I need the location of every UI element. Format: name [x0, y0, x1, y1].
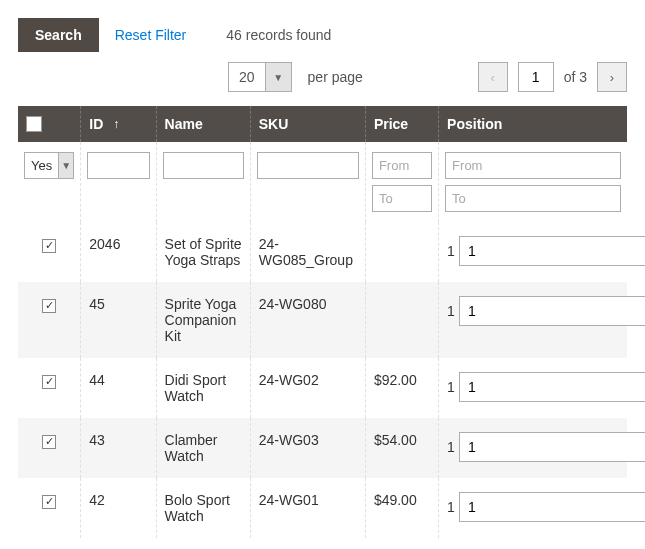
column-header-checkbox: ✓: [18, 106, 81, 142]
cell-position: 1: [439, 478, 627, 538]
cell-position: 1: [439, 222, 627, 282]
search-button[interactable]: Search: [18, 18, 99, 52]
column-header-name[interactable]: Name: [156, 106, 250, 142]
column-header-price[interactable]: Price: [365, 106, 438, 142]
filter-price-to-input[interactable]: [372, 185, 432, 212]
position-input[interactable]: [459, 432, 645, 462]
row-checkbox[interactable]: ✓: [42, 299, 56, 313]
table-row: ✓44Didi Sport Watch24-WG02$92.001: [18, 358, 627, 418]
filter-position-to-input[interactable]: [445, 185, 621, 212]
cell-price: $92.00: [365, 358, 438, 418]
cell-sku: 24-WG080: [250, 282, 365, 358]
column-label: ID: [89, 116, 103, 132]
filter-name-input[interactable]: [163, 152, 244, 179]
cell-price: [365, 222, 438, 282]
cell-position: 1: [439, 358, 627, 418]
page-size-value: 20: [228, 62, 266, 92]
cell-sku: 24-WG085_Group: [250, 222, 365, 282]
table-row: ✓2046Set of Sprite Yoga Straps24-WG085_G…: [18, 222, 627, 282]
cell-sku: 24-WG01: [250, 478, 365, 538]
chevron-left-icon: ‹: [490, 70, 494, 85]
position-display: 1: [447, 243, 455, 259]
position-display: 1: [447, 379, 455, 395]
column-header-id[interactable]: ID↑: [81, 106, 156, 142]
cell-price: [365, 282, 438, 358]
cell-position: 1: [439, 282, 627, 358]
row-checkbox[interactable]: ✓: [42, 239, 56, 253]
position-display: 1: [447, 303, 455, 319]
cell-name: Didi Sport Watch: [156, 358, 250, 418]
cell-name: Clamber Watch: [156, 418, 250, 478]
page-size-toggle[interactable]: ▼: [266, 62, 292, 92]
column-header-position[interactable]: Position: [439, 106, 627, 142]
per-page-label: per page: [308, 69, 363, 85]
cell-id: 45: [81, 282, 156, 358]
cell-id: 44: [81, 358, 156, 418]
row-checkbox[interactable]: ✓: [42, 495, 56, 509]
row-checkbox[interactable]: ✓: [42, 375, 56, 389]
next-page-button[interactable]: ›: [597, 62, 627, 92]
cell-name: Bolo Sport Watch: [156, 478, 250, 538]
cell-sku: 24-WG02: [250, 358, 365, 418]
select-all-checkbox[interactable]: ✓: [26, 116, 42, 132]
cell-name: Sprite Yoga Companion Kit: [156, 282, 250, 358]
filter-selection-dropdown[interactable]: Yes ▼: [24, 152, 74, 179]
cell-id: 42: [81, 478, 156, 538]
position-display: 1: [447, 499, 455, 515]
chevron-right-icon: ›: [610, 70, 614, 85]
cell-price: $54.00: [365, 418, 438, 478]
table-row: ✓43Clamber Watch24-WG03$54.001: [18, 418, 627, 478]
position-input[interactable]: [459, 372, 645, 402]
cell-price: $49.00: [365, 478, 438, 538]
table-row: ✓45Sprite Yoga Companion Kit24-WG0801: [18, 282, 627, 358]
page-size-select[interactable]: 20 ▼: [228, 62, 292, 92]
position-input[interactable]: [459, 236, 645, 266]
cell-id: 2046: [81, 222, 156, 282]
position-input[interactable]: [459, 492, 645, 522]
filter-price-from-input[interactable]: [372, 152, 432, 179]
prev-page-button[interactable]: ‹: [478, 62, 508, 92]
table-row: ✓42Bolo Sport Watch24-WG01$49.001: [18, 478, 627, 538]
position-display: 1: [447, 439, 455, 455]
reset-filter-link[interactable]: Reset Filter: [115, 27, 187, 43]
cell-name: Set of Sprite Yoga Straps: [156, 222, 250, 282]
filter-id-input[interactable]: [87, 152, 149, 179]
filter-position-from-input[interactable]: [445, 152, 621, 179]
position-input[interactable]: [459, 296, 645, 326]
cell-position: 1: [439, 418, 627, 478]
cell-sku: 24-WG03: [250, 418, 365, 478]
product-grid: ✓ ID↑ Name SKU Price Position Yes ▼: [18, 106, 627, 538]
filter-selection-toggle[interactable]: ▼: [59, 152, 74, 179]
total-pages-label: of 3: [564, 69, 587, 85]
chevron-down-icon: ▼: [61, 160, 71, 171]
column-header-sku[interactable]: SKU: [250, 106, 365, 142]
row-checkbox[interactable]: ✓: [42, 435, 56, 449]
filter-sku-input[interactable]: [257, 152, 359, 179]
records-found-label: 46 records found: [226, 27, 331, 43]
sort-asc-icon: ↑: [113, 117, 119, 131]
current-page-input[interactable]: [518, 62, 554, 92]
cell-id: 43: [81, 418, 156, 478]
chevron-down-icon: ▼: [273, 72, 283, 83]
filter-selection-value: Yes: [24, 152, 59, 179]
